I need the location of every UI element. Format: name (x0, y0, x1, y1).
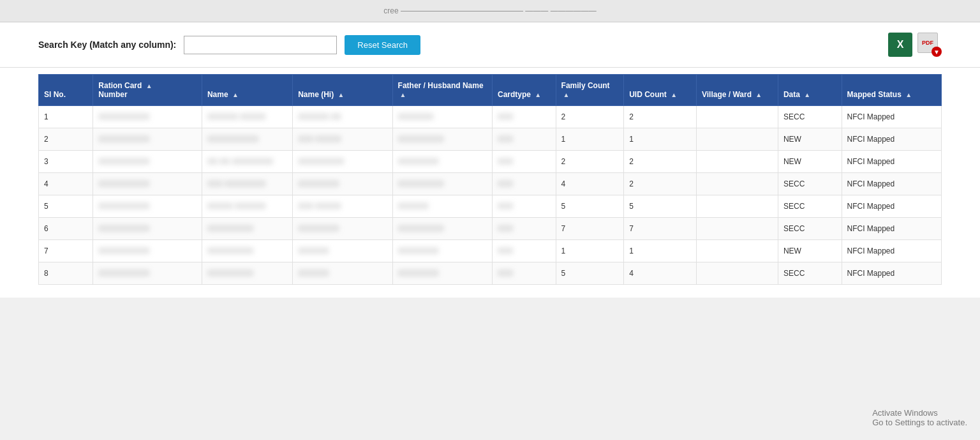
cell-slno: 8 (39, 262, 93, 285)
cell-uid: 5 (624, 195, 697, 218)
cell-name: XXXXXX XXXXX (202, 106, 292, 128)
col-header-family[interactable]: Family Count ▲ (556, 75, 624, 106)
cell-slno: 6 (39, 218, 93, 240)
col-header-cardtype[interactable]: Cardtype ▲ (493, 75, 556, 106)
cell-uid: 2 (624, 151, 697, 173)
cell-mapped: NFCI Mapped (842, 195, 942, 218)
cell-data: SECC (778, 106, 842, 128)
cell-mapped: NFCI Mapped (842, 151, 942, 173)
table-row: 4XXXXXXXXXXXXX XXXXXXXXXXXXXXXXXXXXXXXXX… (39, 173, 942, 195)
cell-family: 1 (556, 128, 624, 151)
page-wrapper: cree ———————————————— ——— —————— Search … (0, 0, 980, 298)
cell-namehi: XXXXXX XX (293, 106, 392, 128)
top-bar: cree ———————————————— ——— —————— (0, 0, 980, 22)
cell-data: NEW (778, 240, 842, 262)
cell-uid: 2 (624, 106, 697, 128)
col-header-father[interactable]: Father / Husband Name ▲ (392, 75, 492, 106)
col-header-namehi[interactable]: Name (Hi) ▲ (293, 75, 392, 106)
cell-father: XXXXXXX (392, 106, 492, 128)
cell-uid: 7 (624, 218, 697, 240)
cell-data: SECC (778, 195, 842, 218)
col-header-slno[interactable]: Sl No. (39, 75, 93, 106)
cell-name: XXXXXXXXXX (202, 128, 292, 151)
col-header-data[interactable]: Data ▲ (778, 75, 842, 106)
cell-name: XX XX XXXXXXXX (202, 151, 292, 173)
cell-family: 5 (556, 262, 624, 285)
cell-name: XXXXXXXXX (202, 240, 292, 262)
cell-village (696, 173, 778, 195)
cell-mapped: NFCI Mapped (842, 106, 942, 128)
pdf-icon-label: PDF (922, 40, 933, 46)
cell-family: 7 (556, 218, 624, 240)
cell-village (696, 262, 778, 285)
cell-father: XXXXXXXX (392, 262, 492, 285)
cell-cardtype: XXX (493, 106, 556, 128)
cell-name: XXXXX XXXXXX (202, 195, 292, 218)
cell-namehi: XXXXXX (293, 262, 392, 285)
cell-family: 4 (556, 173, 624, 195)
excel-icon-label: X (897, 39, 904, 50)
table-row: 1XXXXXXXXXXXXXXXX XXXXXXXXXXX XXXXXXXXXX… (39, 106, 942, 128)
search-left: Search Key (Match any column): Reset Sea… (38, 35, 420, 55)
col-header-name[interactable]: Name ▲ (202, 75, 292, 106)
cell-ration: XXXXXXXXXX (93, 151, 202, 173)
cell-namehi: XXXXXXXX (293, 218, 392, 240)
table-row: 5XXXXXXXXXXXXXXX XXXXXXXXX XXXXXXXXXXXXX… (39, 195, 942, 218)
cell-data: SECC (778, 173, 842, 195)
cell-data: NEW (778, 151, 842, 173)
cell-village (696, 240, 778, 262)
cell-slno: 1 (39, 106, 93, 128)
col-header-ration[interactable]: Ration Card ▲ Number (93, 75, 202, 106)
cell-namehi: XXX XXXXX (293, 128, 392, 151)
cell-slno: 5 (39, 195, 93, 218)
cell-name: XXXXXXXXX (202, 218, 292, 240)
cell-village (696, 218, 778, 240)
cell-data: NEW (778, 128, 842, 151)
cell-uid: 4 (624, 262, 697, 285)
cell-data: SECC (778, 218, 842, 240)
search-bar: Search Key (Match any column): Reset Sea… (0, 22, 980, 68)
cell-family: 2 (556, 151, 624, 173)
excel-export-button[interactable]: X (888, 33, 912, 57)
cell-cardtype: XXX (493, 195, 556, 218)
cell-name: XXX XXXXXXXX (202, 173, 292, 195)
search-input[interactable] (184, 36, 337, 54)
cell-data: SECC (778, 262, 842, 285)
col-header-uid[interactable]: UID Count ▲ (624, 75, 697, 106)
cell-village (696, 106, 778, 128)
cell-father: XXXXXXXXX (392, 128, 492, 151)
cell-father: XXXXXXXXX (392, 218, 492, 240)
cell-namehi: XXXXXXXXX (293, 151, 392, 173)
col-header-mapped[interactable]: Mapped Status ▲ (842, 75, 942, 106)
cell-cardtype: XXX (493, 218, 556, 240)
cell-ration: XXXXXXXXXX (93, 195, 202, 218)
cell-uid: 1 (624, 128, 697, 151)
cell-mapped: NFCI Mapped (842, 128, 942, 151)
top-bar-text: cree ———————————————— ——— —————— (383, 6, 596, 15)
cell-slno: 3 (39, 151, 93, 173)
cell-cardtype: XXX (493, 128, 556, 151)
cell-ration: XXXXXXXXXX (93, 128, 202, 151)
cell-cardtype: XXX (493, 262, 556, 285)
cell-name: XXXXXXXXX (202, 262, 292, 285)
reset-search-button[interactable]: Reset Search (345, 35, 420, 55)
table-row: 6XXXXXXXXXXXXXXXXXXXXXXXXXXXXXXXXXXXXXXX… (39, 218, 942, 240)
col-header-village[interactable]: Village / Ward ▲ (696, 75, 778, 106)
cell-ration: XXXXXXXXXX (93, 240, 202, 262)
data-table: Sl No. Ration Card ▲ Number Name ▲ Name … (38, 74, 942, 285)
cell-family: 5 (556, 195, 624, 218)
cell-ration: XXXXXXXXXX (93, 106, 202, 128)
cell-family: 1 (556, 240, 624, 262)
table-header-row: Sl No. Ration Card ▲ Number Name ▲ Name … (39, 75, 942, 106)
pdf-export-button[interactable]: PDF ▼ (917, 33, 942, 57)
search-label: Search Key (Match any column): (38, 40, 176, 50)
table-body: 1XXXXXXXXXXXXXXXX XXXXXXXXXXX XXXXXXXXXX… (39, 106, 942, 285)
cell-father: XXXXXXXXX (392, 173, 492, 195)
cell-namehi: XXX XXXXX (293, 195, 392, 218)
cell-uid: 2 (624, 173, 697, 195)
cell-mapped: NFCI Mapped (842, 173, 942, 195)
cell-ration: XXXXXXXXXX (93, 262, 202, 285)
cell-mapped: NFCI Mapped (842, 218, 942, 240)
cell-village (696, 195, 778, 218)
cell-cardtype: XXX (493, 151, 556, 173)
